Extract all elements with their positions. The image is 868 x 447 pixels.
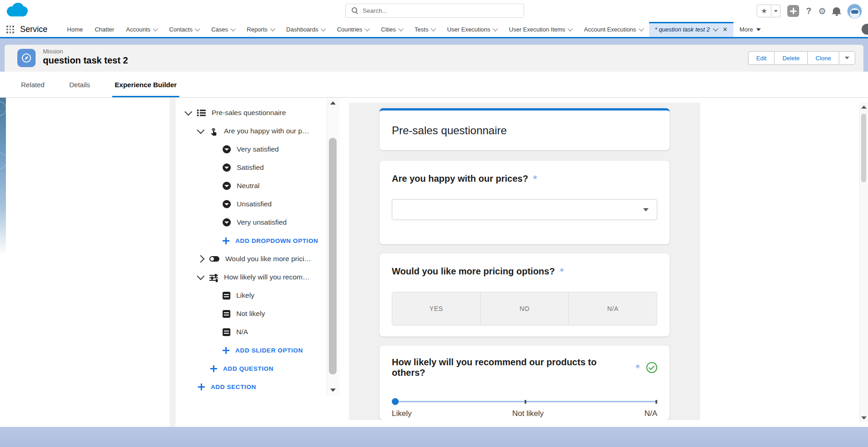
app-nav-bar: Service Home Chatter Accounts Contacts C…	[0, 22, 868, 37]
question-card-dropdown: Are you happy with our prices? *	[379, 161, 670, 244]
dropdown-option-icon	[223, 200, 231, 208]
delete-button[interactable]: Delete	[774, 51, 808, 65]
chevron-down-icon[interactable]	[197, 126, 205, 134]
page-footer-band	[0, 427, 868, 447]
record-header-band: Mission question task test 2 Edit Delete…	[0, 38, 868, 72]
dropdown-option-icon	[223, 218, 231, 226]
user-avatar[interactable]	[847, 4, 862, 19]
chevron-down-icon[interactable]	[713, 26, 718, 31]
answer-no-button[interactable]: NO	[480, 292, 569, 325]
nav-item-countries[interactable]: Countries	[331, 22, 375, 37]
nav-item-account-executions[interactable]: Account Executions	[578, 22, 649, 37]
tree-node-option[interactable]: Very satisfied	[176, 140, 325, 158]
slider-label-likely: Likely	[392, 409, 411, 418]
setup-gear-icon[interactable]: ⚙	[818, 6, 826, 16]
tree-node-dropdown-question[interactable]: Are you happy with our p…	[176, 122, 325, 140]
slider-thumb[interactable]	[392, 398, 399, 405]
help-icon[interactable]: ?	[806, 6, 811, 16]
clone-button[interactable]: Clone	[807, 51, 839, 65]
app-name[interactable]: Service	[20, 25, 47, 34]
nav-item-reports[interactable]: Reports	[241, 22, 281, 37]
chevron-down-icon[interactable]	[197, 272, 205, 280]
chevron-down-icon[interactable]	[321, 26, 326, 31]
page-scrollbar[interactable]	[859, 103, 868, 422]
answer-button-group: YES NO N/A	[392, 292, 657, 326]
add-question-button[interactable]: ADD QUESTION	[176, 359, 325, 378]
tree-node-option[interactable]: Very unsatisfied	[176, 213, 325, 231]
tree-node-toggle-question[interactable]: Would you like more prici…	[176, 250, 325, 268]
questionnaire-preview: Pre-sales questionnaire Are you happy wi…	[349, 103, 700, 420]
add-slider-option-button[interactable]: ADD SLIDER OPTION	[176, 341, 325, 359]
favorites-caret-button[interactable]	[771, 5, 780, 17]
dropdown-option-icon	[223, 145, 231, 153]
tab-details[interactable]: Details	[67, 72, 93, 97]
answer-slider[interactable]	[392, 398, 657, 405]
chevron-down-icon[interactable]	[398, 26, 403, 31]
global-actions-button[interactable]	[787, 5, 799, 17]
scroll-up-icon[interactable]	[330, 101, 336, 105]
nav-item-chatter[interactable]: Chatter	[89, 22, 120, 37]
search-icon	[352, 7, 359, 14]
chevron-down-icon[interactable]	[639, 26, 644, 31]
dropdown-option-icon	[223, 182, 231, 190]
nav-item-contacts[interactable]: Contacts	[163, 22, 205, 37]
chevron-down-icon[interactable]	[270, 26, 275, 31]
tree-node-option[interactable]: Satisfied	[176, 158, 325, 177]
nav-item-user-execution-items[interactable]: User Execution Items	[503, 22, 578, 37]
nav-item-cases[interactable]: Cases	[205, 22, 241, 37]
nav-item-home[interactable]: Home	[61, 22, 89, 37]
tree-node-option[interactable]: Not likely	[176, 305, 325, 323]
tab-related[interactable]: Related	[18, 72, 47, 97]
app-launcher-icon[interactable]	[6, 26, 14, 33]
question-label: How likely will you recommend our produc…	[392, 357, 631, 378]
panel-gutter	[170, 98, 176, 427]
nav-item-cities[interactable]: Cities	[375, 22, 409, 37]
close-icon[interactable]: ✕	[722, 26, 728, 33]
nav-item-accounts[interactable]: Accounts	[120, 22, 163, 37]
chevron-right-icon[interactable]	[197, 255, 205, 263]
global-search-input[interactable]: Search...	[345, 4, 524, 18]
notifications-bell-icon[interactable]	[833, 7, 840, 13]
add-icon	[223, 347, 229, 354]
chevron-down-icon[interactable]	[230, 26, 235, 31]
favorites-star-icon[interactable]: ★	[757, 5, 771, 17]
section-title: Pre-sales questionnaire	[392, 124, 507, 137]
nav-item-user-executions[interactable]: User Executions	[441, 22, 503, 37]
chevron-down-icon[interactable]	[365, 26, 370, 31]
chevron-down-icon[interactable]	[493, 26, 498, 31]
add-section-button[interactable]: ADD SECTION	[176, 378, 325, 396]
scroll-down-icon[interactable]	[330, 389, 336, 392]
tree-node-option[interactable]: Unsatisfied	[176, 195, 325, 213]
nav-more-menu[interactable]: More	[733, 22, 767, 37]
tree-node-option[interactable]: Likely	[176, 286, 325, 305]
answer-yes-button[interactable]: YES	[392, 292, 480, 325]
scrollbar-thumb[interactable]	[861, 114, 866, 182]
nav-item-dashboards[interactable]: Dashboards	[281, 22, 331, 37]
more-actions-button[interactable]	[839, 51, 855, 65]
record-actions: Edit Delete Clone	[748, 51, 855, 65]
tree-scrollbar[interactable]	[327, 98, 339, 395]
chevron-down-icon[interactable]	[195, 26, 200, 31]
tree-node-option[interactable]: Neutral	[176, 177, 325, 195]
chevron-down-icon[interactable]	[153, 26, 158, 31]
slider-option-icon	[223, 292, 230, 300]
answer-na-button[interactable]: N/A	[568, 292, 657, 325]
add-dropdown-option-button[interactable]: ADD DROPDOWN OPTION	[176, 231, 325, 250]
chevron-down-icon[interactable]	[185, 108, 192, 116]
nav-tab-active-question-task-test-2[interactable]: * question task test 2 ✕	[649, 22, 734, 37]
chevron-down-icon[interactable]	[431, 26, 436, 31]
chevron-down-icon[interactable]	[568, 26, 573, 31]
tree-node-slider-question[interactable]: How likely will you recom…	[176, 268, 325, 286]
answer-dropdown-select[interactable]	[392, 199, 657, 220]
record-entity-label: Mission	[43, 48, 128, 55]
scroll-up-icon[interactable]	[861, 105, 867, 109]
tab-experience-builder[interactable]: Experience Builder	[112, 72, 180, 97]
favorites-button-group[interactable]: ★	[757, 5, 780, 17]
scroll-down-icon[interactable]	[861, 416, 867, 420]
tree-node-section[interactable]: Pre-sales questionnaire	[176, 104, 325, 122]
salesforce-logo-icon	[6, 2, 28, 17]
nav-item-tests[interactable]: Tests	[409, 22, 441, 37]
edit-button[interactable]: Edit	[748, 51, 774, 65]
scrollbar-thumb[interactable]	[329, 138, 337, 374]
tree-node-option[interactable]: N/A	[176, 323, 325, 341]
